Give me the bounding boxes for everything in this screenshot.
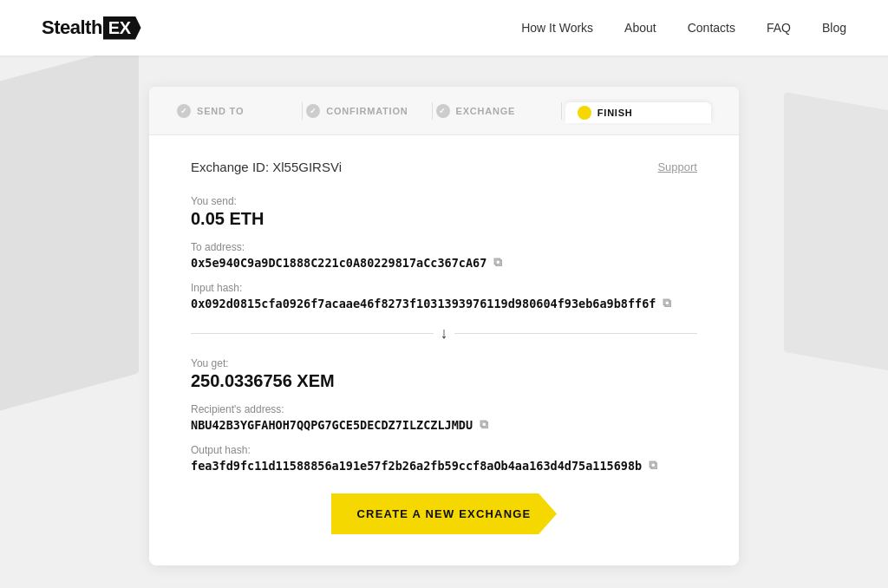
input-hash-value: 0x092d0815cfa0926f7acaae46f8273f10313939… xyxy=(191,297,656,310)
arrow-down-icon: ↓ xyxy=(434,323,454,343)
step-confirmation-label: CONFIRMATION xyxy=(326,106,408,116)
step-divider-1 xyxy=(302,102,303,120)
step-confirmation: ✓ CONFIRMATION xyxy=(306,104,428,118)
you-get-label: You get: xyxy=(191,357,697,369)
input-hash-copy-icon[interactable]: ⧉ xyxy=(663,296,671,310)
nav-how-it-works[interactable]: How It Works xyxy=(521,21,593,35)
step-divider-2 xyxy=(432,102,433,120)
nav-contacts[interactable]: Contacts xyxy=(688,21,735,35)
exchange-card: ✓ SEND TO ✓ CONFIRMATION ✓ EXCHANGE FINI… xyxy=(149,87,739,565)
nav-about[interactable]: About xyxy=(624,21,656,35)
exchange-id: Exchange ID: Xl55GIRSVi xyxy=(191,160,342,174)
output-hash-copy-icon[interactable]: ⧉ xyxy=(649,458,657,473)
step-exchange: ✓ EXCHANGE xyxy=(436,104,558,118)
step-exchange-icon: ✓ xyxy=(436,104,450,118)
to-address-row: 0x5e940C9a9DC1888C221c0A80229817aCc367cA… xyxy=(191,255,697,270)
create-new-exchange-button[interactable]: CREATE A NEW EXCHANGE xyxy=(331,493,557,534)
logo-text-ex: EX xyxy=(103,16,141,40)
card-body: Exchange ID: Xl55GIRSVi Support You send… xyxy=(149,135,739,565)
recipient-label: Recipient's address: xyxy=(191,403,697,415)
you-send-value: 0.05 ETH xyxy=(191,209,697,229)
output-hash-label: Output hash: xyxy=(191,444,697,456)
logo-text-stealth: Stealth xyxy=(42,16,102,39)
step-finish: FINISH xyxy=(565,102,711,123)
recipient-copy-icon[interactable]: ⧉ xyxy=(480,417,488,432)
step-confirmation-icon: ✓ xyxy=(306,104,320,118)
steps-bar: ✓ SEND TO ✓ CONFIRMATION ✓ EXCHANGE FINI… xyxy=(149,87,739,135)
step-finish-icon xyxy=(578,106,591,120)
nav-blog[interactable]: Blog xyxy=(822,21,846,35)
exchange-id-value: Xl55GIRSVi xyxy=(272,160,342,174)
you-send-label: You send: xyxy=(191,195,697,207)
output-hash-row: fea3fd9fc11d11588856a191e57f2b26a2fb59cc… xyxy=(191,458,697,473)
to-address-label: To address: xyxy=(191,241,697,253)
you-get-value: 250.0336756 XEM xyxy=(191,371,697,391)
output-hash-value: fea3fd9fc11d11588856a191e57f2b26a2fb59cc… xyxy=(191,459,642,473)
support-link[interactable]: Support xyxy=(657,160,697,173)
exchange-id-label: Exchange ID: xyxy=(191,160,269,174)
step-divider-3 xyxy=(561,102,562,120)
to-address-copy-icon[interactable]: ⧉ xyxy=(493,255,502,270)
to-address-value: 0x5e940C9a9DC1888C221c0A80229817aCc367cA… xyxy=(191,256,486,270)
step-send-to: ✓ SEND TO xyxy=(177,104,298,118)
divider-arrow: ↓ xyxy=(191,323,697,343)
exchange-id-row: Exchange ID: Xl55GIRSVi Support xyxy=(191,160,697,174)
main-nav: How It Works About Contacts FAQ Blog xyxy=(521,21,846,35)
divider-line-left xyxy=(191,333,434,334)
site-logo[interactable]: Stealth EX xyxy=(42,16,141,40)
step-send-to-label: SEND TO xyxy=(197,106,244,116)
input-hash-label: Input hash: xyxy=(191,282,697,294)
input-hash-row: 0x092d0815cfa0926f7acaae46f8273f10313939… xyxy=(191,296,697,310)
recipient-value: NBU42B3YGFAHOH7QQPG7GCE5DECDZ7ILZCZLJMDU xyxy=(191,418,473,432)
divider-line-right xyxy=(454,333,697,334)
recipient-row: NBU42B3YGFAHOH7QQPG7GCE5DECDZ7ILZCZLJMDU… xyxy=(191,417,697,432)
step-finish-label: FINISH xyxy=(597,108,633,118)
nav-faq[interactable]: FAQ xyxy=(767,21,791,35)
main-content: ✓ SEND TO ✓ CONFIRMATION ✓ EXCHANGE FINI… xyxy=(0,56,888,588)
site-header: Stealth EX How It Works About Contacts F… xyxy=(0,0,888,56)
step-exchange-label: EXCHANGE xyxy=(456,106,516,116)
step-send-to-icon: ✓ xyxy=(177,104,191,118)
